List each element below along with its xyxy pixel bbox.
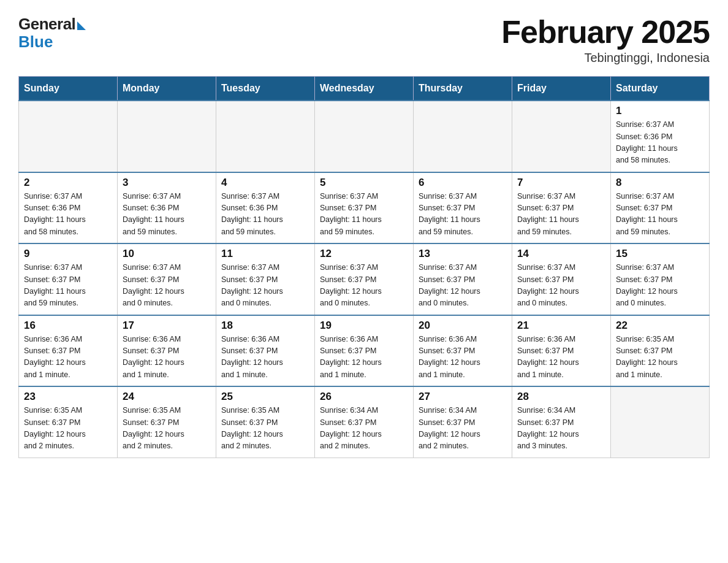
- day-number: 14: [517, 248, 605, 260]
- day-number: 18: [221, 320, 309, 332]
- calendar-cell-r0c3: [315, 101, 414, 172]
- day-number: 11: [221, 248, 309, 260]
- weekday-header-tuesday: Tuesday: [216, 77, 315, 101]
- day-info: Sunrise: 6:35 AMSunset: 6:37 PMDaylight:…: [123, 405, 211, 453]
- day-info: Sunrise: 6:34 AMSunset: 6:37 PMDaylight:…: [320, 405, 408, 453]
- day-info: Sunrise: 6:36 AMSunset: 6:37 PMDaylight:…: [221, 334, 309, 381]
- day-info: Sunrise: 6:35 AMSunset: 6:37 PMDaylight:…: [221, 405, 309, 453]
- day-info: Sunrise: 6:34 AMSunset: 6:37 PMDaylight:…: [517, 405, 605, 453]
- weekday-header-saturday: Saturday: [611, 77, 710, 101]
- day-info: Sunrise: 6:37 AMSunset: 6:36 PMDaylight:…: [123, 191, 211, 239]
- day-info: Sunrise: 6:37 AMSunset: 6:37 PMDaylight:…: [517, 262, 605, 310]
- day-number: 25: [221, 391, 309, 403]
- calendar-cell-r4c1: 24Sunrise: 6:35 AMSunset: 6:37 PMDayligh…: [118, 386, 216, 458]
- day-info: Sunrise: 6:37 AMSunset: 6:37 PMDaylight:…: [24, 262, 112, 310]
- calendar-cell-r2c0: 9Sunrise: 6:37 AMSunset: 6:37 PMDaylight…: [19, 243, 118, 315]
- calendar-cell-r3c5: 21Sunrise: 6:36 AMSunset: 6:37 PMDayligh…: [512, 315, 611, 387]
- day-info: Sunrise: 6:37 AMSunset: 6:37 PMDaylight:…: [419, 262, 507, 310]
- day-info: Sunrise: 6:36 AMSunset: 6:37 PMDaylight:…: [517, 334, 605, 381]
- calendar-cell-r1c2: 4Sunrise: 6:37 AMSunset: 6:36 PMDaylight…: [216, 172, 315, 244]
- calendar-cell-r2c4: 13Sunrise: 6:37 AMSunset: 6:37 PMDayligh…: [414, 243, 512, 315]
- calendar-cell-r4c6: [611, 386, 710, 458]
- day-info: Sunrise: 6:37 AMSunset: 6:36 PMDaylight:…: [616, 119, 704, 167]
- day-info: Sunrise: 6:37 AMSunset: 6:36 PMDaylight:…: [221, 191, 309, 239]
- day-number: 24: [123, 391, 211, 403]
- day-info: Sunrise: 6:36 AMSunset: 6:37 PMDaylight:…: [419, 334, 507, 381]
- day-info: Sunrise: 6:37 AMSunset: 6:37 PMDaylight:…: [221, 262, 309, 310]
- day-number: 10: [123, 248, 211, 260]
- calendar-cell-r0c1: [118, 101, 216, 172]
- day-info: Sunrise: 6:36 AMSunset: 6:37 PMDaylight:…: [320, 334, 408, 381]
- calendar-cell-r4c4: 27Sunrise: 6:34 AMSunset: 6:37 PMDayligh…: [414, 386, 512, 458]
- weekday-header-friday: Friday: [512, 77, 611, 101]
- day-number: 28: [517, 391, 605, 403]
- weekday-header-wednesday: Wednesday: [315, 77, 414, 101]
- calendar-row-2: 9Sunrise: 6:37 AMSunset: 6:37 PMDaylight…: [19, 243, 710, 315]
- calendar-row-1: 2Sunrise: 6:37 AMSunset: 6:36 PMDaylight…: [19, 172, 710, 244]
- logo: General Blue: [18, 15, 86, 52]
- title-block: February 2025 Tebingtinggi, Indonesia: [501, 15, 710, 65]
- day-info: Sunrise: 6:36 AMSunset: 6:37 PMDaylight:…: [123, 334, 211, 381]
- day-number: 16: [24, 320, 112, 332]
- day-number: 5: [320, 177, 408, 189]
- calendar-cell-r1c5: 7Sunrise: 6:37 AMSunset: 6:37 PMDaylight…: [512, 172, 611, 244]
- day-info: Sunrise: 6:35 AMSunset: 6:37 PMDaylight:…: [616, 334, 704, 381]
- logo-general-text: General: [18, 15, 75, 34]
- day-number: 6: [419, 177, 507, 189]
- logo-triangle-icon: [77, 21, 86, 30]
- calendar-cell-r0c6: 1Sunrise: 6:37 AMSunset: 6:36 PMDaylight…: [611, 101, 710, 172]
- calendar-cell-r3c0: 16Sunrise: 6:36 AMSunset: 6:37 PMDayligh…: [19, 315, 118, 387]
- day-number: 22: [616, 320, 704, 332]
- day-number: 21: [517, 320, 605, 332]
- calendar-cell-r4c3: 26Sunrise: 6:34 AMSunset: 6:37 PMDayligh…: [315, 386, 414, 458]
- location-subtitle: Tebingtinggi, Indonesia: [501, 51, 710, 65]
- calendar-cell-r3c1: 17Sunrise: 6:36 AMSunset: 6:37 PMDayligh…: [118, 315, 216, 387]
- calendar-table: SundayMondayTuesdayWednesdayThursdayFrid…: [18, 76, 710, 458]
- calendar-cell-r1c4: 6Sunrise: 6:37 AMSunset: 6:37 PMDaylight…: [414, 172, 512, 244]
- day-number: 3: [123, 177, 211, 189]
- main-title: February 2025: [501, 15, 710, 50]
- day-number: 27: [419, 391, 507, 403]
- day-number: 17: [123, 320, 211, 332]
- day-number: 12: [320, 248, 408, 260]
- calendar-cell-r0c4: [414, 101, 512, 172]
- calendar-cell-r2c3: 12Sunrise: 6:37 AMSunset: 6:37 PMDayligh…: [315, 243, 414, 315]
- day-number: 1: [616, 105, 704, 117]
- day-number: 26: [320, 391, 408, 403]
- day-number: 9: [24, 248, 112, 260]
- day-info: Sunrise: 6:37 AMSunset: 6:37 PMDaylight:…: [517, 191, 605, 239]
- calendar-cell-r3c4: 20Sunrise: 6:36 AMSunset: 6:37 PMDayligh…: [414, 315, 512, 387]
- calendar-cell-r3c2: 18Sunrise: 6:36 AMSunset: 6:37 PMDayligh…: [216, 315, 315, 387]
- calendar-cell-r0c5: [512, 101, 611, 172]
- calendar-cell-r1c6: 8Sunrise: 6:37 AMSunset: 6:37 PMDaylight…: [611, 172, 710, 244]
- calendar-cell-r3c6: 22Sunrise: 6:35 AMSunset: 6:37 PMDayligh…: [611, 315, 710, 387]
- calendar-cell-r4c0: 23Sunrise: 6:35 AMSunset: 6:37 PMDayligh…: [19, 386, 118, 458]
- calendar-cell-r4c5: 28Sunrise: 6:34 AMSunset: 6:37 PMDayligh…: [512, 386, 611, 458]
- calendar-cell-r3c3: 19Sunrise: 6:36 AMSunset: 6:37 PMDayligh…: [315, 315, 414, 387]
- logo-blue-text: Blue: [18, 33, 53, 52]
- calendar-cell-r1c3: 5Sunrise: 6:37 AMSunset: 6:37 PMDaylight…: [315, 172, 414, 244]
- day-info: Sunrise: 6:37 AMSunset: 6:37 PMDaylight:…: [419, 191, 507, 239]
- day-number: 20: [419, 320, 507, 332]
- calendar-cell-r1c0: 2Sunrise: 6:37 AMSunset: 6:36 PMDaylight…: [19, 172, 118, 244]
- day-number: 4: [221, 177, 309, 189]
- day-number: 2: [24, 177, 112, 189]
- calendar-row-0: 1Sunrise: 6:37 AMSunset: 6:36 PMDaylight…: [19, 101, 710, 172]
- day-info: Sunrise: 6:37 AMSunset: 6:37 PMDaylight:…: [616, 262, 704, 310]
- day-number: 19: [320, 320, 408, 332]
- day-number: 7: [517, 177, 605, 189]
- page-header: General Blue February 2025 Tebingtinggi,…: [18, 15, 710, 65]
- day-info: Sunrise: 6:37 AMSunset: 6:37 PMDaylight:…: [320, 191, 408, 239]
- day-number: 13: [419, 248, 507, 260]
- day-info: Sunrise: 6:34 AMSunset: 6:37 PMDaylight:…: [419, 405, 507, 453]
- calendar-cell-r1c1: 3Sunrise: 6:37 AMSunset: 6:36 PMDaylight…: [118, 172, 216, 244]
- day-number: 23: [24, 391, 112, 403]
- calendar-cell-r2c1: 10Sunrise: 6:37 AMSunset: 6:37 PMDayligh…: [118, 243, 216, 315]
- calendar-cell-r2c6: 15Sunrise: 6:37 AMSunset: 6:37 PMDayligh…: [611, 243, 710, 315]
- day-number: 15: [616, 248, 704, 260]
- day-info: Sunrise: 6:37 AMSunset: 6:37 PMDaylight:…: [616, 191, 704, 239]
- day-info: Sunrise: 6:37 AMSunset: 6:37 PMDaylight:…: [123, 262, 211, 310]
- calendar-row-3: 16Sunrise: 6:36 AMSunset: 6:37 PMDayligh…: [19, 315, 710, 387]
- calendar-cell-r2c2: 11Sunrise: 6:37 AMSunset: 6:37 PMDayligh…: [216, 243, 315, 315]
- weekday-header-monday: Monday: [118, 77, 216, 101]
